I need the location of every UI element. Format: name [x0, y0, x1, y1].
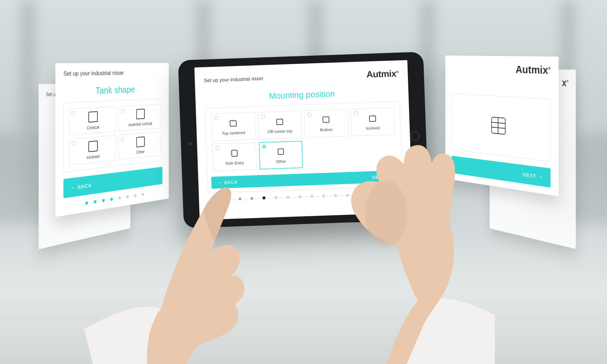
- hand-right: [299, 126, 495, 364]
- hand-left: [84, 147, 301, 364]
- option-top-centered[interactable]: Top centered: [211, 112, 255, 141]
- setup-label: Set up your industrial mixer: [204, 75, 264, 83]
- section-title: Tank shape: [63, 84, 162, 98]
- svg-point-11: [365, 180, 407, 247]
- radio-icon: [307, 113, 311, 117]
- svg-rect-6: [369, 116, 376, 121]
- other-icon: [136, 136, 145, 147]
- option-inverted-conical[interactable]: Inverted conical: [119, 104, 161, 131]
- header: Set up your industrial mixer Autmix®: [204, 68, 399, 85]
- off-center-top-icon: [274, 117, 285, 127]
- setup-label: Set up your industrial mixer: [63, 70, 162, 77]
- option-off-center-top[interactable]: Off-center top: [258, 111, 302, 139]
- svg-rect-4: [323, 117, 329, 122]
- bottom-icon: [321, 115, 331, 125]
- top-centered-icon: [228, 118, 238, 128]
- next-button[interactable]: NEXT: [523, 171, 543, 180]
- inverted-conical-icon: [136, 108, 145, 119]
- conical-icon: [88, 111, 98, 122]
- radio-icon: [261, 114, 265, 119]
- option-conical[interactable]: Conical: [69, 106, 116, 135]
- svg-rect-2: [277, 119, 283, 125]
- brand-logo: Autmix®: [366, 68, 399, 80]
- radio-icon: [214, 116, 218, 120]
- section-title: Mounting position: [204, 86, 400, 103]
- radio-icon: [354, 111, 358, 115]
- brand-logo: Autmix®: [516, 63, 551, 77]
- inclined-icon: [367, 113, 377, 124]
